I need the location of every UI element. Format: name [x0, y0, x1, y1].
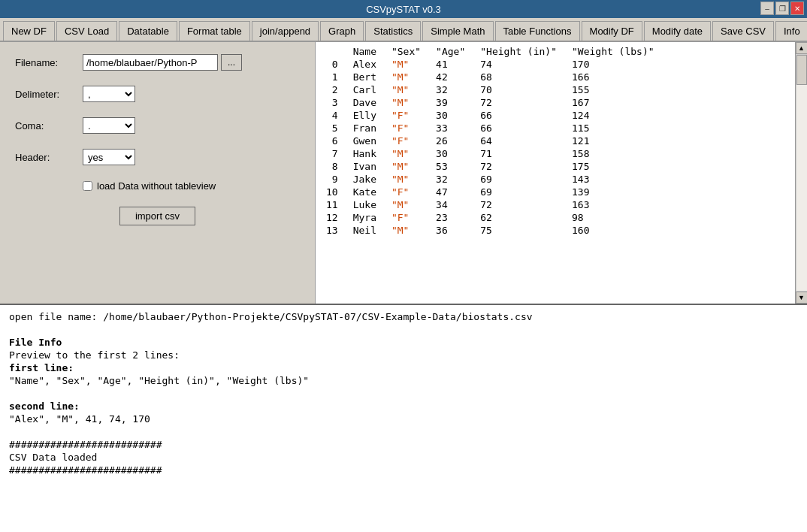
- tab-new-df[interactable]: New DF: [3, 21, 55, 41]
- header-age: "Age": [428, 45, 473, 58]
- app-window: CSVpySTAT v0.3 – ❐ ✕ New DF CSV Load Dat…: [0, 0, 807, 532]
- scroll-down-arrow[interactable]: ▼: [796, 292, 808, 304]
- coma-input-group: . ,: [83, 117, 135, 134]
- header-select[interactable]: yes no: [83, 149, 135, 165]
- upper-section: Filename: ... Delimeter: , ; tab: [0, 42, 807, 305]
- load-without-tableview-checkbox[interactable]: [83, 181, 92, 191]
- title-bar: CSVpySTAT v0.3 – ❐ ✕: [0, 0, 807, 18]
- scroll-track: [796, 54, 808, 292]
- data-table: Name "Sex" "Age" "Height (in)" "Weight (…: [319, 45, 662, 237]
- close-button[interactable]: ✕: [790, 2, 804, 15]
- header-weight: "Weight (lbs)": [564, 45, 662, 58]
- restore-button[interactable]: ❐: [775, 2, 789, 15]
- tab-statistics[interactable]: Statistics: [365, 21, 421, 41]
- delimiter-row: Delimeter: , ; tab: [15, 86, 300, 102]
- vertical-scrollbar[interactable]: ▲ ▼: [795, 42, 807, 304]
- tab-csv-load[interactable]: CSV Load: [56, 21, 117, 41]
- browse-button[interactable]: ...: [221, 54, 242, 71]
- left-panel: Filename: ... Delimeter: , ; tab: [0, 42, 316, 304]
- header-height: "Height (in)": [473, 45, 564, 58]
- table-row: 5 Fran "F" 33 66 115: [319, 122, 662, 135]
- info-hash-top: ##########################: [9, 439, 798, 450]
- import-csv-button[interactable]: import csv: [119, 207, 195, 225]
- tab-modify-date[interactable]: Modify date: [644, 21, 711, 41]
- header-label: Header:: [15, 152, 83, 163]
- filename-label: Filename:: [15, 57, 83, 68]
- table-row: 13 Neil "M" 36 75 160: [319, 224, 662, 237]
- delimiter-select[interactable]: , ; tab: [83, 86, 135, 102]
- tab-simple-math[interactable]: Simple Math: [422, 21, 493, 41]
- info-blank-1: [9, 324, 798, 335]
- header-input-group: yes no: [83, 149, 135, 165]
- right-panel: Name "Sex" "Age" "Height (in)" "Weight (…: [316, 42, 807, 304]
- info-file-info: File Info: [9, 337, 798, 348]
- minimize-button[interactable]: –: [760, 2, 774, 15]
- tab-info[interactable]: Info: [775, 21, 807, 41]
- table-row: 1 Bert "M" 42 68 166: [319, 71, 662, 83]
- data-table-container[interactable]: Name "Sex" "Age" "Height (in)" "Weight (…: [316, 42, 795, 304]
- tab-join-append[interactable]: join/append: [252, 21, 319, 41]
- tab-table-functions[interactable]: Table Functions: [495, 21, 580, 41]
- info-blank-2: [9, 388, 798, 399]
- delimiter-label: Delimeter:: [15, 89, 83, 100]
- info-blank-3: [9, 426, 798, 437]
- coma-label: Coma:: [15, 120, 83, 131]
- tab-datatable[interactable]: Datatable: [119, 21, 177, 41]
- table-row: 12 Myra "F" 23 62 98: [319, 211, 662, 224]
- table-header-row: Name "Sex" "Age" "Height (in)" "Weight (…: [319, 45, 662, 58]
- window-title: CSVpySTAT v0.3: [366, 4, 441, 15]
- tab-save-csv[interactable]: Save CSV: [712, 21, 774, 41]
- info-second-line-label: second line:: [9, 401, 798, 412]
- filename-input[interactable]: [83, 54, 218, 71]
- scroll-up-arrow[interactable]: ▲: [796, 42, 808, 54]
- info-hash-bottom: ##########################: [9, 464, 798, 476]
- header-index: [319, 45, 346, 58]
- table-row: 2 Carl "M" 32 70 155: [319, 83, 662, 96]
- nav-tabs: New DF CSV Load Datatable Format table j…: [0, 18, 807, 42]
- table-row: 8 Ivan "M" 53 72 175: [319, 160, 662, 173]
- filename-input-group: ...: [83, 54, 242, 71]
- checkbox-row: load Data without tableview: [83, 180, 300, 192]
- info-first-line-label: first line:: [9, 362, 798, 373]
- table-row: 11 Luke "M" 34 72 163: [319, 198, 662, 211]
- tab-format-table[interactable]: Format table: [179, 21, 250, 41]
- coma-row: Coma: . ,: [15, 117, 300, 134]
- title-bar-buttons: – ❐ ✕: [760, 2, 804, 15]
- info-loaded: CSV Data loaded: [9, 452, 798, 463]
- info-second-line-data: "Alex", "M", 41, 74, 170: [9, 413, 798, 425]
- table-row: 0 Alex "M" 41 74 170: [319, 58, 662, 71]
- tab-graph[interactable]: Graph: [320, 21, 364, 41]
- header-row: Header: yes no: [15, 149, 300, 165]
- table-row: 6 Gwen "F" 26 64 121: [319, 135, 662, 147]
- checkbox-label: load Data without tableview: [97, 180, 216, 192]
- header-sex: "Sex": [384, 45, 428, 58]
- coma-select[interactable]: . ,: [83, 117, 135, 134]
- delimiter-input-group: , ; tab: [83, 86, 135, 102]
- info-first-line-data: "Name", "Sex", "Age", "Height (in)", "We…: [9, 375, 798, 386]
- info-panel: open file name: /home/blaubaer/Python-Pr…: [0, 305, 807, 532]
- header-name: Name: [346, 45, 384, 58]
- tab-modify-df[interactable]: Modify DF: [582, 21, 642, 41]
- table-row: 9 Jake "M" 32 69 143: [319, 173, 662, 186]
- table-row: 10 Kate "F" 47 69 139: [319, 186, 662, 198]
- scroll-thumb[interactable]: [796, 55, 807, 85]
- info-filepath-line: open file name: /home/blaubaer/Python-Pr…: [9, 311, 798, 322]
- table-row: 7 Hank "M" 30 71 158: [319, 147, 662, 160]
- filename-row: Filename: ...: [15, 54, 300, 71]
- table-row: 4 Elly "F" 30 66 124: [319, 109, 662, 122]
- info-preview-label: Preview to the first 2 lines:: [9, 349, 798, 361]
- table-row: 3 Dave "M" 39 72 167: [319, 96, 662, 109]
